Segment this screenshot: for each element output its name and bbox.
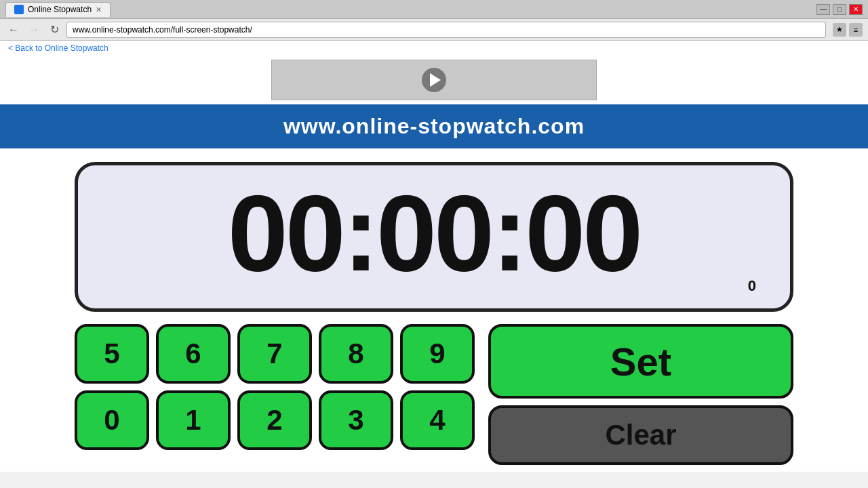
key-3-button[interactable]: 3: [319, 390, 393, 450]
clear-button[interactable]: Clear: [488, 405, 793, 465]
key-5-button[interactable]: 5: [75, 324, 149, 384]
ad-banner: [271, 60, 597, 100]
close-button[interactable]: ✕: [849, 4, 863, 15]
milliseconds-display: 0: [748, 277, 756, 295]
address-bar[interactable]: [66, 22, 826, 38]
star-icon[interactable]: ★: [833, 23, 846, 37]
window-controls: — □ ✕: [816, 4, 863, 15]
page-content: < Back to Online Stopwatch www.online-st…: [0, 41, 868, 472]
site-url-text: www.online-stopwatch.com: [283, 114, 585, 138]
keypad-row-1: 5 6 7 8 9: [75, 324, 475, 384]
browser-tab[interactable]: Online Stopwatch ✕: [5, 2, 111, 17]
key-6-button[interactable]: 6: [156, 324, 231, 384]
back-to-stopwatch-link[interactable]: < Back to Online Stopwatch: [0, 41, 868, 56]
keypad-area: 5 6 7 8 9 0 1 2 3 4 Set Clear: [75, 324, 793, 465]
back-button[interactable]: ←: [5, 22, 22, 38]
key-8-button[interactable]: 8: [319, 324, 393, 384]
key-9-button[interactable]: 9: [400, 324, 475, 384]
maximize-button[interactable]: □: [833, 4, 846, 15]
nav-icons: ★ ≡: [833, 23, 863, 37]
stopwatch-container: 00:00:00 0 5 6 7 8 9 0 1 2 3: [0, 148, 868, 472]
minimize-button[interactable]: —: [816, 4, 830, 15]
play-triangle-icon: [430, 73, 441, 87]
site-banner: www.online-stopwatch.com: [0, 104, 868, 148]
time-display-wrapper: 00:00:00 0: [75, 162, 793, 312]
forward-button[interactable]: →: [26, 22, 42, 38]
nav-bar: ← → ↻ ★ ≡: [0, 19, 868, 41]
tab-close-icon[interactable]: ✕: [96, 5, 102, 14]
refresh-button[interactable]: ↻: [46, 22, 62, 38]
keypad-row-2: 0 1 2 3 4: [75, 390, 475, 450]
browser-chrome: Online Stopwatch ✕ — □ ✕ ← → ↻ ★ ≡: [0, 0, 868, 41]
settings-icon[interactable]: ≡: [849, 23, 863, 37]
time-display: 00:00:00: [228, 179, 640, 287]
tab-favicon: [14, 5, 24, 14]
action-buttons: Set Clear: [488, 324, 793, 465]
key-1-button[interactable]: 1: [156, 390, 231, 450]
ad-play-button[interactable]: [422, 68, 446, 92]
keypad: 5 6 7 8 9 0 1 2 3 4: [75, 324, 475, 450]
key-0-button[interactable]: 0: [75, 390, 149, 450]
set-button[interactable]: Set: [488, 324, 793, 399]
key-7-button[interactable]: 7: [237, 324, 312, 384]
key-4-button[interactable]: 4: [400, 390, 475, 450]
title-bar: Online Stopwatch ✕ — □ ✕: [0, 0, 868, 19]
key-2-button[interactable]: 2: [237, 390, 312, 450]
tab-title: Online Stopwatch: [28, 5, 92, 14]
